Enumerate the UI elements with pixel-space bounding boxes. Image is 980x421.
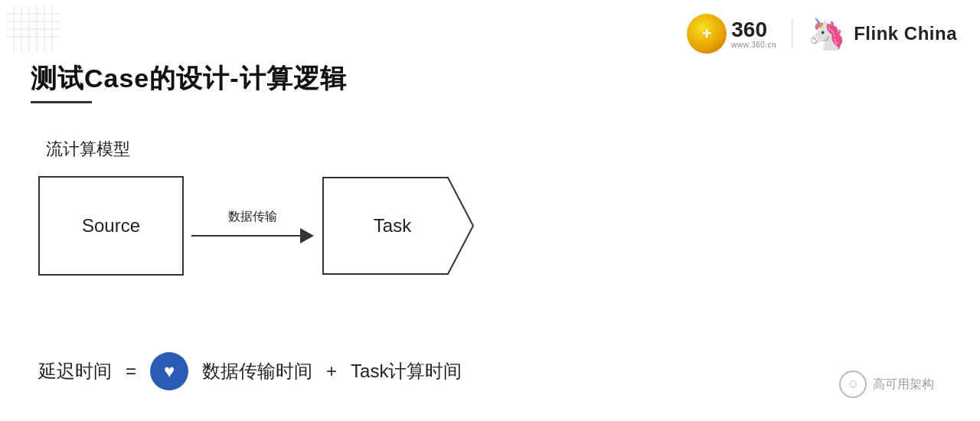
logo-360-text: 360 www.360.cn xyxy=(731,19,776,49)
heart-icon: ♥ xyxy=(150,352,188,390)
watermark-label: 高可用架构 xyxy=(873,377,934,393)
flow-diagram: Source 数据传输 Task xyxy=(38,176,475,276)
watermark-icon: ☺ xyxy=(839,370,867,398)
logo-360-number: 360 xyxy=(731,19,767,41)
task-label: Task xyxy=(374,215,411,237)
formula-task-compute: Task计算时间 xyxy=(351,359,462,383)
task-box: Task xyxy=(322,176,475,276)
formula-delay: 延迟时间 xyxy=(38,359,112,383)
decorative-grid xyxy=(6,6,60,52)
page-title: 测试Case的设计-计算逻辑 xyxy=(31,61,347,96)
subtitle: 流计算模型 xyxy=(46,138,130,161)
data-transfer-arrow: 数据传输 xyxy=(184,209,322,243)
flink-china-label: Flink China xyxy=(854,23,957,44)
logo-360: + 360 www.360.cn xyxy=(687,14,776,54)
watermark: ☺ 高可用架构 xyxy=(839,370,934,398)
logo-360-circle: + xyxy=(687,14,727,54)
logo-360-url: www.360.cn xyxy=(731,41,776,49)
logo-area: + 360 www.360.cn 🦄 Flink China xyxy=(687,14,957,54)
formula-equals: = xyxy=(126,361,136,382)
formula-data-transfer: 数据传输时间 xyxy=(202,359,312,383)
logo-divider xyxy=(792,18,792,49)
source-box: Source xyxy=(38,176,184,276)
heart-symbol: ♥ xyxy=(164,361,175,382)
title-underline xyxy=(31,101,92,103)
logo-360-plus-icon: + xyxy=(702,25,712,42)
logo-flink: 🦄 Flink China xyxy=(808,18,957,49)
arrow-label: 数据传输 xyxy=(228,209,277,225)
arrow-head-icon xyxy=(300,228,314,243)
formula-plus: + xyxy=(326,361,337,382)
watermark-face-icon: ☺ xyxy=(847,377,859,391)
title-area: 测试Case的设计-计算逻辑 xyxy=(31,61,347,103)
arrow-body xyxy=(191,228,314,243)
arrow-line xyxy=(191,235,300,237)
unicorn-icon: 🦄 xyxy=(808,18,846,49)
source-label: Source xyxy=(82,215,140,237)
formula-area: 延迟时间 = ♥ 数据传输时间 + Task计算时间 xyxy=(38,352,462,390)
